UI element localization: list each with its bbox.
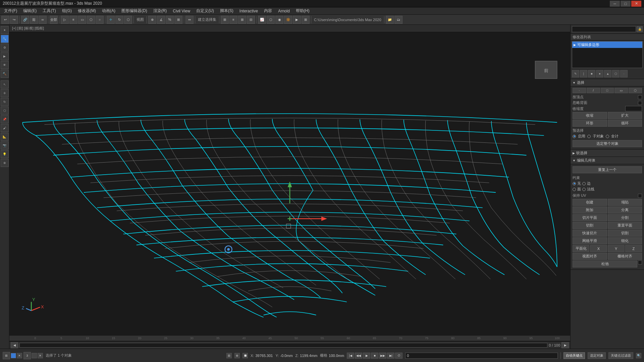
- slice-button[interactable]: 切割: [573, 222, 607, 229]
- select-tool[interactable]: ↖: [1, 80, 9, 88]
- close-button[interactable]: ✕: [631, 1, 641, 7]
- select-section-header[interactable]: ▼ 选择: [571, 79, 644, 86]
- modify-tab[interactable]: 🔧: [1, 35, 9, 43]
- collapse-button[interactable]: 塌陷: [608, 199, 642, 206]
- soft-select-header[interactable]: ▶ 软选择: [571, 149, 644, 157]
- bind-to-spacewarp[interactable]: ∞: [39, 16, 47, 24]
- scale-button[interactable]: ⬡: [124, 16, 132, 24]
- render-button[interactable]: ▶: [293, 16, 301, 24]
- menu-civil-view[interactable]: Civil View: [170, 8, 193, 14]
- redo-button[interactable]: ↪: [10, 16, 18, 24]
- planarize-button[interactable]: 平面化: [573, 245, 589, 252]
- y-button[interactable]: Y: [608, 245, 625, 252]
- mini-obj-2[interactable]: 3: [23, 352, 31, 359]
- keep-uv-checkbox[interactable]: [638, 194, 642, 198]
- curve-editor[interactable]: 📈: [258, 16, 266, 24]
- threshold-input[interactable]: 48.0: [625, 106, 642, 111]
- normal-radio[interactable]: [582, 188, 586, 191]
- align-view-button[interactable]: 视图对齐: [573, 253, 607, 260]
- select-object-button[interactable]: ▷: [61, 16, 69, 24]
- prev-key-button[interactable]: ◀◀: [355, 353, 362, 359]
- current-frame-input[interactable]: [405, 353, 558, 359]
- menu-script[interactable]: 脚本(S): [217, 7, 236, 14]
- layer-manager[interactable]: ≡: [229, 16, 237, 24]
- panel-icon-vertex[interactable]: ·: [620, 70, 628, 77]
- modifier-item[interactable]: ▶ 可编辑多边形: [572, 42, 642, 48]
- render-frame[interactable]: ⊞: [302, 16, 310, 24]
- edge-radio[interactable]: [582, 182, 586, 185]
- edit-geometry-header[interactable]: ▼ 编辑几何体: [571, 157, 644, 164]
- motion-tab[interactable]: ▶: [1, 52, 9, 60]
- mini-obj-2-close[interactable]: ✕: [38, 353, 43, 358]
- hierarchy-tab[interactable]: ⚙: [1, 44, 9, 52]
- loop-button[interactable]: 循环: [608, 120, 642, 127]
- menu-animation[interactable]: 动画(A): [99, 7, 118, 14]
- menu-modifiers[interactable]: 修改器(M): [75, 7, 99, 14]
- menu-tools[interactable]: 工具(T): [40, 7, 58, 14]
- panel-icon-6[interactable]: ⬡: [612, 70, 620, 77]
- object-name-input[interactable]: Plane005: [572, 26, 636, 32]
- move-button[interactable]: ✛: [107, 16, 115, 24]
- menu-help[interactable]: 帮助(H): [293, 7, 312, 14]
- element-button[interactable]: ⬡: [629, 88, 642, 93]
- goto-start-button[interactable]: |◀: [347, 353, 354, 359]
- maximize-button[interactable]: □: [621, 1, 631, 7]
- all-radio[interactable]: [606, 135, 609, 138]
- mini-obj-1-close[interactable]: ✕: [17, 353, 22, 358]
- camera-tool[interactable]: 📷: [1, 141, 9, 149]
- status-icon-2[interactable]: ⊕: [234, 353, 240, 358]
- create-tab[interactable]: ✦: [1, 26, 9, 34]
- menu-interactive[interactable]: Interactive: [237, 8, 261, 14]
- grow-button[interactable]: 扩大: [608, 112, 642, 119]
- grid-button[interactable]: ⊞: [238, 16, 246, 24]
- menu-file[interactable]: 文件(F): [1, 7, 20, 14]
- mesh-smooth-button[interactable]: 网格平滑: [573, 237, 607, 244]
- enabled-radio[interactable]: [573, 135, 576, 138]
- angle-snap[interactable]: ∡: [157, 16, 165, 24]
- menu-edit[interactable]: 编辑(E): [20, 7, 39, 14]
- tessellate-button[interactable]: 细化: [608, 237, 642, 244]
- align-button[interactable]: ⊞: [221, 16, 229, 24]
- auto-key-button[interactable]: 自动关键点: [564, 352, 585, 359]
- select-all-object-button[interactable]: 选定整个对象: [573, 140, 642, 147]
- paint-tool[interactable]: 🖌: [1, 124, 9, 132]
- key-filter-button[interactable]: 关键点过滤器: [608, 352, 633, 359]
- none-radio[interactable]: [573, 182, 576, 185]
- viewport[interactable]: .mesh-line { stroke: #00e5ff; stroke-wid…: [9, 32, 570, 335]
- slice-plane-button[interactable]: 切片平面: [573, 214, 607, 221]
- paint-select-button[interactable]: ○: [96, 16, 104, 24]
- move-tool[interactable]: ✛: [1, 89, 9, 97]
- search-icon[interactable]: 🔍: [636, 353, 641, 358]
- by-vertex-checkbox[interactable]: [638, 95, 642, 99]
- panel-icon-5[interactable]: ▲: [604, 70, 611, 77]
- lasso-select-button[interactable]: ⬠: [87, 16, 95, 24]
- menu-render[interactable]: 渲染(R): [151, 7, 170, 14]
- border-button[interactable]: □: [601, 88, 614, 93]
- undo-button[interactable]: ↩: [1, 16, 9, 24]
- z-button[interactable]: Z: [625, 245, 642, 252]
- detach-button[interactable]: 分离: [608, 206, 642, 214]
- repeat-last-button[interactable]: 重复上一个: [573, 166, 642, 173]
- create-button[interactable]: 创建: [573, 199, 607, 206]
- face-radio[interactable]: [573, 188, 576, 191]
- menu-content[interactable]: 内容: [261, 7, 275, 14]
- unlink-button[interactable]: ⛓: [30, 16, 38, 24]
- link-button[interactable]: 🔗: [21, 16, 29, 24]
- mini-obj-1[interactable]: ⊞: [3, 352, 10, 359]
- measure-tool[interactable]: 📐: [1, 133, 9, 141]
- utilities-tab[interactable]: 🔨: [1, 70, 9, 78]
- panel-icon-3[interactable]: ■: [588, 70, 595, 77]
- cut-button[interactable]: 切割: [608, 230, 642, 237]
- x-button[interactable]: X: [590, 245, 607, 252]
- light-tool[interactable]: 💡: [1, 150, 9, 158]
- goto-end-button[interactable]: ▶|: [387, 353, 394, 359]
- shrink-button[interactable]: 收缩: [573, 112, 607, 119]
- split-button[interactable]: 分割: [608, 214, 642, 221]
- material-editor[interactable]: ◉: [275, 16, 283, 24]
- menu-group[interactable]: 组(G): [59, 7, 74, 14]
- stop-button[interactable]: ■: [371, 353, 378, 359]
- vertex-button[interactable]: ·: [573, 88, 586, 93]
- spinner-snap[interactable]: ⊞: [174, 16, 182, 24]
- align-grid-button[interactable]: 栅格对齐: [608, 253, 642, 260]
- next-frame-button[interactable]: ▶: [561, 342, 569, 348]
